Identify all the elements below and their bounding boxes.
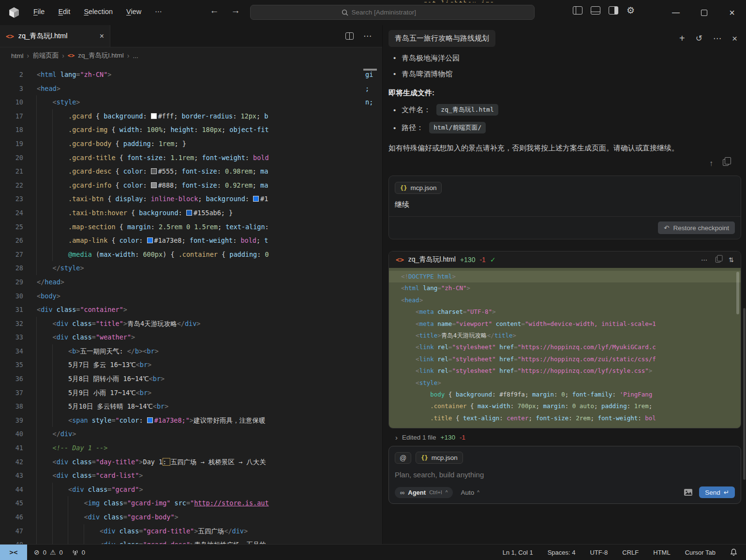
- chat-title-chip[interactable]: 青岛五一旅行攻略与路线规划: [388, 30, 495, 47]
- chat-input-box[interactable]: @ {} mcp.json Plan, search, build anythi…: [388, 446, 741, 504]
- code-line: 3<head>: [0, 82, 382, 96]
- menu-edit[interactable]: Edit: [53, 5, 75, 18]
- diff-more-icon[interactable]: ⋯: [701, 256, 707, 264]
- code-token: <: [37, 292, 41, 300]
- status-item[interactable]: Spaces: 4: [548, 549, 576, 556]
- code-token: 2.5rem: [159, 223, 182, 231]
- agent-mode-selector[interactable]: ∞ Agent Ctrl+I ^: [395, 487, 453, 498]
- maximize-button[interactable]: [690, 0, 718, 25]
- attached-file-chip[interactable]: {} mcp.json: [395, 182, 442, 194]
- restore-checkpoint-button[interactable]: ↶ Restore checkpoint: [658, 221, 735, 234]
- indent-guide: [36, 151, 37, 165]
- model-selector[interactable]: Auto ^: [461, 489, 479, 496]
- copy-code-icon[interactable]: [716, 257, 720, 263]
- color-swatch: [253, 196, 259, 202]
- code-token: content: [496, 320, 522, 327]
- json-file-icon: {}: [400, 185, 407, 192]
- code-token: =: [92, 458, 96, 466]
- scroll-up-icon[interactable]: ↑: [709, 159, 713, 168]
- code-token: class: [119, 527, 139, 535]
- code-token: class: [57, 306, 76, 313]
- breadcrumb-item[interactable]: html: [11, 52, 24, 59]
- code-token: "weather": [96, 333, 131, 341]
- edited-files-summary[interactable]: › Edited 1 file +130 -1: [388, 433, 741, 442]
- indent-guide: [36, 234, 37, 248]
- problems-indicator[interactable]: ⊘ 0 ⚠ 0: [34, 548, 63, 556]
- new-chat-icon[interactable]: +: [679, 33, 685, 44]
- code-token: </: [224, 527, 232, 535]
- code-token: br: [157, 402, 164, 410]
- add-context-button[interactable]: @: [395, 452, 411, 464]
- file-bullet-chip[interactable]: zq_青岛玩l.html: [436, 104, 498, 116]
- code-token: {: [92, 112, 104, 120]
- context-file-chip[interactable]: {} mcp.json: [416, 452, 463, 464]
- menu-overflow-icon[interactable]: ⋯: [149, 5, 167, 18]
- code-line-content: </div>: [23, 427, 382, 441]
- code-token: >: [190, 541, 194, 544]
- code-diff-header[interactable]: <> zq_青岛玩l.html +130 -1 ✓ ⋯ ⇅: [389, 251, 741, 268]
- code-token: :: [143, 195, 150, 203]
- code-token: text-align: [225, 223, 265, 231]
- copy-message-icon[interactable]: [723, 159, 729, 166]
- code-token: >: [57, 85, 60, 92]
- toggle-secondary-sidebar-icon[interactable]: [609, 6, 618, 15]
- split-editor-icon[interactable]: [345, 32, 354, 40]
- forward-button[interactable]: →: [229, 5, 242, 16]
- code-token: div: [57, 458, 68, 466]
- status-item[interactable]: Cursor Tab: [685, 549, 716, 556]
- status-item[interactable]: UTF-8: [590, 549, 608, 556]
- code-token: 青岛4天游玩攻略: [127, 320, 177, 327]
- breadcrumb-item[interactable]: zq_青岛玩l.html: [78, 51, 124, 60]
- menu-view[interactable]: View: [121, 5, 147, 18]
- expand-diff-icon[interactable]: ⇅: [729, 256, 734, 264]
- code-token: {: [104, 195, 115, 203]
- image-attach-icon[interactable]: [684, 488, 693, 496]
- send-button[interactable]: Send ↵: [699, 486, 735, 498]
- code-token: background: [104, 112, 143, 120]
- color-swatch: [151, 113, 157, 119]
- chat-history-icon[interactable]: ↺: [696, 33, 702, 44]
- code-editor[interactable]: 2<html lang="zh-CN">3<head>10<style>17.g…: [0, 64, 382, 544]
- menu-selection[interactable]: Selection: [78, 5, 118, 18]
- toggle-panel-icon[interactable]: [591, 6, 600, 15]
- code-token: =: [123, 499, 127, 507]
- ports-indicator[interactable]: 0: [72, 549, 85, 556]
- code-token: br: [140, 389, 148, 397]
- chat-input-placeholder[interactable]: Plan, search, build anything: [395, 471, 735, 479]
- diff-scrollbar-thumb[interactable]: [736, 272, 739, 314]
- code-token: padding: [229, 251, 257, 258]
- status-item[interactable]: HTML: [653, 549, 670, 556]
- command-search-bar[interactable]: [250, 5, 535, 20]
- code-token: 0.98rem: [225, 167, 253, 175]
- chat-more-icon[interactable]: ⋯: [713, 33, 721, 44]
- chat-scrollbar-thumb[interactable]: [743, 308, 746, 480]
- bell-icon[interactable]: [730, 548, 737, 556]
- code-token: ma: [260, 167, 268, 175]
- breadcrumb-item[interactable]: ...: [133, 52, 138, 59]
- status-item[interactable]: CRLF: [622, 549, 639, 556]
- line-number: 10: [0, 95, 23, 109]
- file-bullet-chip[interactable]: html/前端页面/: [429, 122, 486, 133]
- code-token: =: [521, 320, 525, 327]
- close-window-button[interactable]: ×: [718, 0, 746, 25]
- code-token: style: [92, 416, 112, 424]
- menu-file[interactable]: File: [28, 5, 50, 18]
- code-token: bold: [240, 236, 256, 244]
- diff-code-block[interactable]: <!DOCTYPE html><html lang="zh-CN"><head>…: [389, 268, 741, 428]
- search-input[interactable]: [352, 9, 444, 16]
- toggle-primary-sidebar-icon[interactable]: [573, 6, 582, 15]
- status-item[interactable]: Ln 1, Col 1: [503, 549, 533, 556]
- tab-active-file[interactable]: <> zq_青岛玩l.html ×: [0, 25, 110, 47]
- code-token: 600px: [143, 251, 163, 258]
- breadcrumb-item[interactable]: 前端页面: [32, 51, 59, 60]
- chat-close-icon[interactable]: ×: [732, 33, 737, 44]
- divider: [389, 216, 741, 217]
- editor-more-actions-icon[interactable]: ⋯: [363, 31, 372, 41]
- back-button[interactable]: ←: [208, 5, 221, 16]
- minimize-button[interactable]: —: [662, 0, 690, 25]
- tab-close-icon[interactable]: ×: [100, 32, 104, 41]
- remote-indicator[interactable]: ><: [0, 545, 27, 560]
- search-icon: [342, 9, 348, 16]
- code-token: [190, 223, 194, 231]
- gear-icon[interactable]: ⚙: [627, 6, 635, 15]
